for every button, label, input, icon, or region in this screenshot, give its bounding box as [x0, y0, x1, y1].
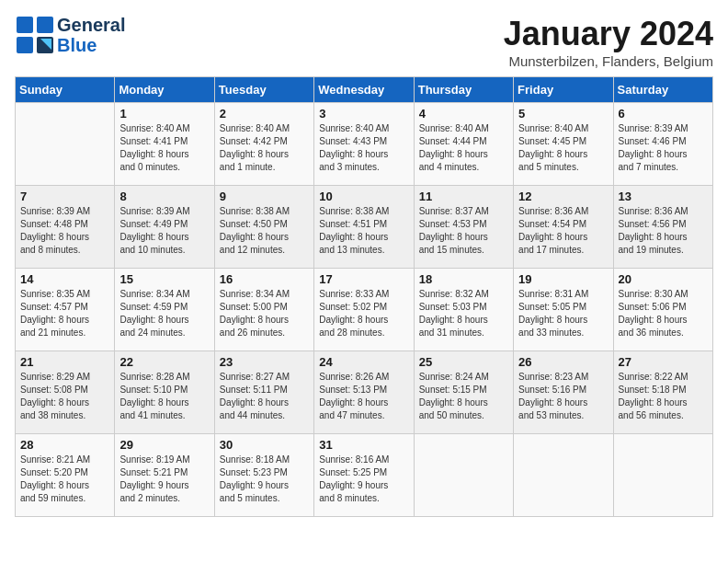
day-number: 21	[20, 355, 109, 369]
day-number: 18	[419, 272, 508, 286]
day-info: Sunrise: 8:34 AM Sunset: 5:00 PM Dayligh…	[220, 288, 309, 339]
day-number: 2	[220, 107, 309, 121]
day-number: 13	[619, 190, 708, 203]
day-info: Sunrise: 8:16 AM Sunset: 5:25 PM Dayligh…	[319, 454, 408, 505]
day-info: Sunrise: 8:40 AM Sunset: 4:44 PM Dayligh…	[419, 122, 508, 174]
calendar-table: SundayMondayTuesdayWednesdayThursdayFrid…	[15, 76, 713, 517]
svg-rect-2	[17, 37, 33, 53]
calendar-cell: 14Sunrise: 8:35 AM Sunset: 4:57 PM Dayli…	[16, 269, 115, 351]
header-cell-tuesday: Tuesday	[214, 77, 313, 103]
calendar-cell: 23Sunrise: 8:27 AM Sunset: 5:11 PM Dayli…	[214, 351, 313, 434]
day-number: 27	[619, 355, 708, 369]
day-info: Sunrise: 8:39 AM Sunset: 4:46 PM Dayligh…	[619, 122, 708, 174]
calendar-cell: 17Sunrise: 8:33 AM Sunset: 5:02 PM Dayli…	[314, 269, 414, 351]
calendar-cell: 19Sunrise: 8:31 AM Sunset: 5:05 PM Dayli…	[514, 269, 613, 351]
day-info: Sunrise: 8:38 AM Sunset: 4:50 PM Dayligh…	[220, 205, 309, 257]
calendar-cell: 12Sunrise: 8:36 AM Sunset: 4:54 PM Dayli…	[514, 186, 613, 269]
calendar-cell: 25Sunrise: 8:24 AM Sunset: 5:15 PM Dayli…	[414, 351, 513, 434]
calendar-header: SundayMondayTuesdayWednesdayThursdayFrid…	[16, 77, 713, 103]
week-row-5: 28Sunrise: 8:21 AM Sunset: 5:20 PM Dayli…	[16, 434, 713, 517]
week-row-4: 21Sunrise: 8:29 AM Sunset: 5:08 PM Dayli…	[16, 351, 713, 434]
day-number: 15	[119, 272, 209, 286]
day-number: 29	[119, 438, 209, 452]
day-number: 1	[119, 107, 209, 121]
day-number: 28	[20, 438, 109, 452]
day-info: Sunrise: 8:32 AM Sunset: 5:03 PM Dayligh…	[419, 288, 508, 339]
day-info: Sunrise: 8:39 AM Sunset: 4:49 PM Dayligh…	[119, 205, 209, 257]
day-number: 30	[220, 438, 309, 452]
calendar-cell: 4Sunrise: 8:40 AM Sunset: 4:44 PM Daylig…	[414, 103, 513, 186]
calendar-cell	[16, 103, 115, 186]
logo-icon	[15, 15, 55, 55]
header-cell-sunday: Sunday	[16, 77, 115, 103]
header-cell-friday: Friday	[514, 77, 613, 103]
svg-rect-0	[17, 17, 33, 33]
day-info: Sunrise: 8:40 AM Sunset: 4:41 PM Dayligh…	[119, 122, 209, 174]
calendar-cell: 7Sunrise: 8:39 AM Sunset: 4:48 PM Daylig…	[16, 186, 115, 269]
day-info: Sunrise: 8:40 AM Sunset: 4:43 PM Dayligh…	[319, 122, 408, 174]
calendar-cell: 26Sunrise: 8:23 AM Sunset: 5:16 PM Dayli…	[514, 351, 613, 434]
day-number: 4	[419, 107, 508, 121]
header-cell-wednesday: Wednesday	[314, 77, 414, 103]
calendar-cell: 31Sunrise: 8:16 AM Sunset: 5:25 PM Dayli…	[314, 434, 414, 517]
day-number: 31	[319, 438, 408, 452]
calendar-cell: 3Sunrise: 8:40 AM Sunset: 4:43 PM Daylig…	[314, 103, 414, 186]
day-number: 19	[518, 272, 608, 286]
calendar-cell: 11Sunrise: 8:37 AM Sunset: 4:53 PM Dayli…	[414, 186, 513, 269]
logo-text-general: General	[57, 15, 125, 35]
day-info: Sunrise: 8:27 AM Sunset: 5:11 PM Dayligh…	[220, 371, 309, 422]
day-info: Sunrise: 8:21 AM Sunset: 5:20 PM Dayligh…	[20, 454, 109, 505]
week-row-2: 7Sunrise: 8:39 AM Sunset: 4:48 PM Daylig…	[16, 186, 713, 269]
day-info: Sunrise: 8:34 AM Sunset: 4:59 PM Dayligh…	[119, 288, 209, 339]
calendar-subtitle: Munsterbilzen, Flanders, Belgium	[504, 53, 713, 69]
header-row: SundayMondayTuesdayWednesdayThursdayFrid…	[16, 77, 713, 103]
calendar-cell	[514, 434, 613, 517]
calendar-cell: 18Sunrise: 8:32 AM Sunset: 5:03 PM Dayli…	[414, 269, 513, 351]
calendar-cell: 16Sunrise: 8:34 AM Sunset: 5:00 PM Dayli…	[214, 269, 313, 351]
day-number: 12	[518, 190, 608, 203]
week-row-3: 14Sunrise: 8:35 AM Sunset: 4:57 PM Dayli…	[16, 269, 713, 351]
calendar-cell: 5Sunrise: 8:40 AM Sunset: 4:45 PM Daylig…	[514, 103, 613, 186]
day-number: 20	[619, 272, 708, 286]
svg-rect-1	[37, 17, 53, 33]
day-info: Sunrise: 8:22 AM Sunset: 5:18 PM Dayligh…	[619, 371, 708, 422]
calendar-cell: 27Sunrise: 8:22 AM Sunset: 5:18 PM Dayli…	[613, 351, 712, 434]
day-number: 24	[319, 355, 408, 369]
day-info: Sunrise: 8:24 AM Sunset: 5:15 PM Dayligh…	[419, 371, 508, 422]
calendar-cell: 9Sunrise: 8:38 AM Sunset: 4:50 PM Daylig…	[214, 186, 313, 269]
day-info: Sunrise: 8:26 AM Sunset: 5:13 PM Dayligh…	[319, 371, 408, 422]
header-cell-saturday: Saturday	[613, 77, 712, 103]
day-number: 6	[619, 107, 708, 121]
day-info: Sunrise: 8:37 AM Sunset: 4:53 PM Dayligh…	[419, 205, 508, 257]
day-number: 11	[419, 190, 508, 203]
logo-text-blue: Blue	[57, 35, 125, 55]
title-area: January 2024 Munsterbilzen, Flanders, Be…	[504, 15, 713, 69]
calendar-cell: 20Sunrise: 8:30 AM Sunset: 5:06 PM Dayli…	[613, 269, 712, 351]
day-info: Sunrise: 8:38 AM Sunset: 4:51 PM Dayligh…	[319, 205, 408, 257]
day-info: Sunrise: 8:39 AM Sunset: 4:48 PM Dayligh…	[20, 205, 109, 257]
day-number: 10	[319, 190, 408, 203]
calendar-cell: 1Sunrise: 8:40 AM Sunset: 4:41 PM Daylig…	[115, 103, 214, 186]
day-number: 25	[419, 355, 508, 369]
day-info: Sunrise: 8:36 AM Sunset: 4:56 PM Dayligh…	[619, 205, 708, 257]
day-info: Sunrise: 8:40 AM Sunset: 4:42 PM Dayligh…	[220, 122, 309, 174]
header-cell-thursday: Thursday	[414, 77, 513, 103]
day-number: 5	[518, 107, 608, 121]
logo: General Blue	[15, 15, 125, 55]
day-number: 17	[319, 272, 408, 286]
day-number: 7	[20, 190, 109, 203]
day-info: Sunrise: 8:40 AM Sunset: 4:45 PM Dayligh…	[518, 122, 608, 174]
calendar-cell: 22Sunrise: 8:28 AM Sunset: 5:10 PM Dayli…	[115, 351, 214, 434]
calendar-cell	[613, 434, 712, 517]
calendar-cell: 10Sunrise: 8:38 AM Sunset: 4:51 PM Dayli…	[314, 186, 414, 269]
calendar-cell: 28Sunrise: 8:21 AM Sunset: 5:20 PM Dayli…	[16, 434, 115, 517]
day-number: 3	[319, 107, 408, 121]
day-info: Sunrise: 8:33 AM Sunset: 5:02 PM Dayligh…	[319, 288, 408, 339]
calendar-cell: 13Sunrise: 8:36 AM Sunset: 4:56 PM Dayli…	[613, 186, 712, 269]
calendar-cell: 30Sunrise: 8:18 AM Sunset: 5:23 PM Dayli…	[214, 434, 313, 517]
header-cell-monday: Monday	[115, 77, 214, 103]
page-header: General Blue January 2024 Munsterbilzen,…	[15, 15, 713, 69]
day-info: Sunrise: 8:18 AM Sunset: 5:23 PM Dayligh…	[220, 454, 309, 505]
day-info: Sunrise: 8:29 AM Sunset: 5:08 PM Dayligh…	[20, 371, 109, 422]
calendar-cell: 2Sunrise: 8:40 AM Sunset: 4:42 PM Daylig…	[214, 103, 313, 186]
